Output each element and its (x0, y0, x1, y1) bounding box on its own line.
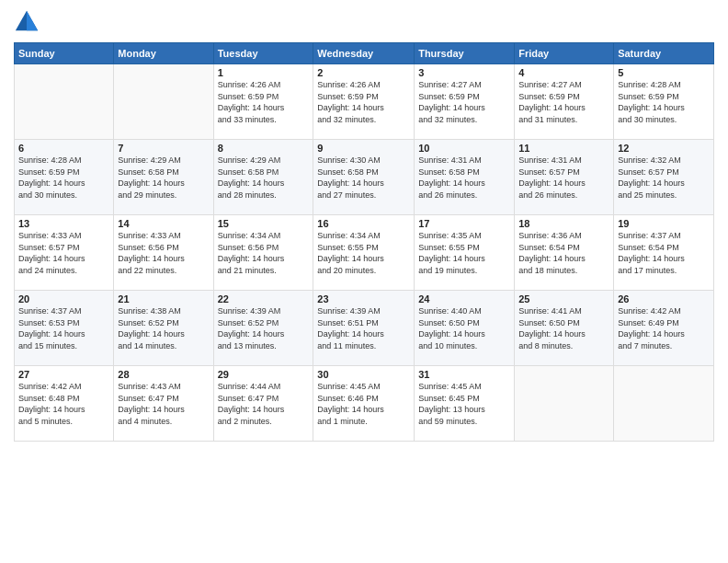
week-row-2: 6Sunrise: 4:28 AM Sunset: 6:59 PM Daylig… (15, 140, 714, 215)
weekday-header-sunday: Sunday (15, 43, 114, 64)
day-info: Sunrise: 4:27 AM Sunset: 6:59 PM Dayligh… (518, 79, 609, 125)
day-info: Sunrise: 4:27 AM Sunset: 6:59 PM Dayligh… (418, 79, 510, 125)
day-number: 9 (317, 143, 410, 154)
day-cell: 14Sunrise: 4:33 AM Sunset: 6:56 PM Dayli… (114, 215, 213, 291)
day-number: 20 (18, 293, 109, 304)
day-number: 22 (218, 293, 310, 304)
weekday-header-wednesday: Wednesday (313, 43, 415, 64)
calendar-table: SundayMondayTuesdayWednesdayThursdayFrid… (14, 42, 714, 442)
day-cell: 28Sunrise: 4:43 AM Sunset: 6:47 PM Dayli… (114, 366, 213, 442)
day-info: Sunrise: 4:33 AM Sunset: 6:56 PM Dayligh… (118, 230, 209, 276)
day-cell (515, 366, 614, 442)
day-cell: 22Sunrise: 4:39 AM Sunset: 6:52 PM Dayli… (213, 291, 313, 366)
day-number: 6 (18, 143, 109, 154)
day-info: Sunrise: 4:39 AM Sunset: 6:52 PM Dayligh… (218, 305, 310, 351)
page: SundayMondayTuesdayWednesdayThursdayFrid… (0, 0, 728, 563)
day-info: Sunrise: 4:26 AM Sunset: 6:59 PM Dayligh… (218, 79, 310, 125)
day-cell: 20Sunrise: 4:37 AM Sunset: 6:53 PM Dayli… (15, 291, 114, 366)
day-number: 12 (618, 143, 710, 154)
day-info: Sunrise: 4:40 AM Sunset: 6:50 PM Dayligh… (418, 305, 510, 351)
day-info: Sunrise: 4:34 AM Sunset: 6:56 PM Dayligh… (218, 230, 310, 276)
day-info: Sunrise: 4:41 AM Sunset: 6:50 PM Dayligh… (518, 305, 609, 351)
day-info: Sunrise: 4:29 AM Sunset: 6:58 PM Dayligh… (118, 155, 209, 201)
day-number: 5 (618, 67, 710, 78)
day-info: Sunrise: 4:26 AM Sunset: 6:59 PM Dayligh… (317, 79, 410, 125)
day-number: 19 (618, 218, 710, 229)
week-row-1: 1Sunrise: 4:26 AM Sunset: 6:59 PM Daylig… (15, 64, 714, 140)
day-cell: 11Sunrise: 4:31 AM Sunset: 6:57 PM Dayli… (515, 140, 614, 215)
day-cell: 18Sunrise: 4:36 AM Sunset: 6:54 PM Dayli… (515, 215, 614, 291)
day-number: 26 (618, 293, 710, 304)
day-info: Sunrise: 4:37 AM Sunset: 6:54 PM Dayligh… (618, 230, 710, 276)
weekday-header-row: SundayMondayTuesdayWednesdayThursdayFrid… (15, 43, 714, 64)
day-cell: 17Sunrise: 4:35 AM Sunset: 6:55 PM Dayli… (415, 215, 515, 291)
day-cell: 31Sunrise: 4:45 AM Sunset: 6:45 PM Dayli… (415, 366, 515, 442)
day-cell: 12Sunrise: 4:32 AM Sunset: 6:57 PM Dayli… (614, 140, 714, 215)
day-number: 2 (317, 67, 410, 78)
day-cell: 3Sunrise: 4:27 AM Sunset: 6:59 PM Daylig… (415, 64, 515, 140)
day-info: Sunrise: 4:45 AM Sunset: 6:45 PM Dayligh… (418, 381, 510, 427)
day-info: Sunrise: 4:33 AM Sunset: 6:57 PM Dayligh… (18, 230, 109, 276)
weekday-header-thursday: Thursday (415, 43, 515, 64)
day-number: 29 (218, 369, 310, 380)
day-cell (15, 64, 114, 140)
day-number: 30 (317, 369, 410, 380)
logo-icon (14, 9, 40, 35)
day-cell: 23Sunrise: 4:39 AM Sunset: 6:51 PM Dayli… (313, 291, 415, 366)
logo (14, 9, 43, 35)
day-info: Sunrise: 4:45 AM Sunset: 6:46 PM Dayligh… (317, 381, 410, 427)
weekday-header-monday: Monday (114, 43, 213, 64)
day-cell: 26Sunrise: 4:42 AM Sunset: 6:49 PM Dayli… (614, 291, 714, 366)
weekday-header-friday: Friday (515, 43, 614, 64)
day-number: 28 (118, 369, 209, 380)
day-number: 31 (418, 369, 510, 380)
day-cell: 10Sunrise: 4:31 AM Sunset: 6:58 PM Dayli… (415, 140, 515, 215)
day-info: Sunrise: 4:42 AM Sunset: 6:48 PM Dayligh… (18, 381, 109, 427)
week-row-5: 27Sunrise: 4:42 AM Sunset: 6:48 PM Dayli… (15, 366, 714, 442)
day-info: Sunrise: 4:39 AM Sunset: 6:51 PM Dayligh… (317, 305, 410, 351)
day-number: 17 (418, 218, 510, 229)
day-cell: 15Sunrise: 4:34 AM Sunset: 6:56 PM Dayli… (213, 215, 313, 291)
day-cell: 19Sunrise: 4:37 AM Sunset: 6:54 PM Dayli… (614, 215, 714, 291)
day-cell: 6Sunrise: 4:28 AM Sunset: 6:59 PM Daylig… (15, 140, 114, 215)
day-info: Sunrise: 4:44 AM Sunset: 6:47 PM Dayligh… (218, 381, 310, 427)
day-info: Sunrise: 4:29 AM Sunset: 6:58 PM Dayligh… (218, 155, 310, 201)
day-cell: 7Sunrise: 4:29 AM Sunset: 6:58 PM Daylig… (114, 140, 213, 215)
day-cell: 25Sunrise: 4:41 AM Sunset: 6:50 PM Dayli… (515, 291, 614, 366)
day-cell: 24Sunrise: 4:40 AM Sunset: 6:50 PM Dayli… (415, 291, 515, 366)
day-info: Sunrise: 4:32 AM Sunset: 6:57 PM Dayligh… (618, 155, 710, 201)
day-cell: 8Sunrise: 4:29 AM Sunset: 6:58 PM Daylig… (213, 140, 313, 215)
day-number: 24 (418, 293, 510, 304)
week-row-4: 20Sunrise: 4:37 AM Sunset: 6:53 PM Dayli… (15, 291, 714, 366)
day-cell: 5Sunrise: 4:28 AM Sunset: 6:59 PM Daylig… (614, 64, 714, 140)
day-number: 1 (218, 67, 310, 78)
day-cell (114, 64, 213, 140)
day-cell: 21Sunrise: 4:38 AM Sunset: 6:52 PM Dayli… (114, 291, 213, 366)
day-number: 13 (18, 218, 109, 229)
svg-marker-1 (27, 11, 38, 30)
day-number: 7 (118, 143, 209, 154)
day-number: 11 (518, 143, 609, 154)
day-number: 4 (518, 67, 609, 78)
day-info: Sunrise: 4:28 AM Sunset: 6:59 PM Dayligh… (618, 79, 710, 125)
day-number: 21 (118, 293, 209, 304)
day-cell: 29Sunrise: 4:44 AM Sunset: 6:47 PM Dayli… (213, 366, 313, 442)
day-cell: 27Sunrise: 4:42 AM Sunset: 6:48 PM Dayli… (15, 366, 114, 442)
day-cell: 13Sunrise: 4:33 AM Sunset: 6:57 PM Dayli… (15, 215, 114, 291)
day-cell (614, 366, 714, 442)
day-info: Sunrise: 4:42 AM Sunset: 6:49 PM Dayligh… (618, 305, 710, 351)
day-number: 25 (518, 293, 609, 304)
header (14, 9, 714, 35)
day-cell: 30Sunrise: 4:45 AM Sunset: 6:46 PM Dayli… (313, 366, 415, 442)
day-info: Sunrise: 4:30 AM Sunset: 6:58 PM Dayligh… (317, 155, 410, 201)
day-info: Sunrise: 4:43 AM Sunset: 6:47 PM Dayligh… (118, 381, 209, 427)
day-number: 3 (418, 67, 510, 78)
week-row-3: 13Sunrise: 4:33 AM Sunset: 6:57 PM Dayli… (15, 215, 714, 291)
day-cell: 4Sunrise: 4:27 AM Sunset: 6:59 PM Daylig… (515, 64, 614, 140)
day-cell: 2Sunrise: 4:26 AM Sunset: 6:59 PM Daylig… (313, 64, 415, 140)
day-info: Sunrise: 4:35 AM Sunset: 6:55 PM Dayligh… (418, 230, 510, 276)
day-info: Sunrise: 4:34 AM Sunset: 6:55 PM Dayligh… (317, 230, 410, 276)
weekday-header-tuesday: Tuesday (213, 43, 313, 64)
day-cell: 16Sunrise: 4:34 AM Sunset: 6:55 PM Dayli… (313, 215, 415, 291)
day-info: Sunrise: 4:28 AM Sunset: 6:59 PM Dayligh… (18, 155, 109, 201)
